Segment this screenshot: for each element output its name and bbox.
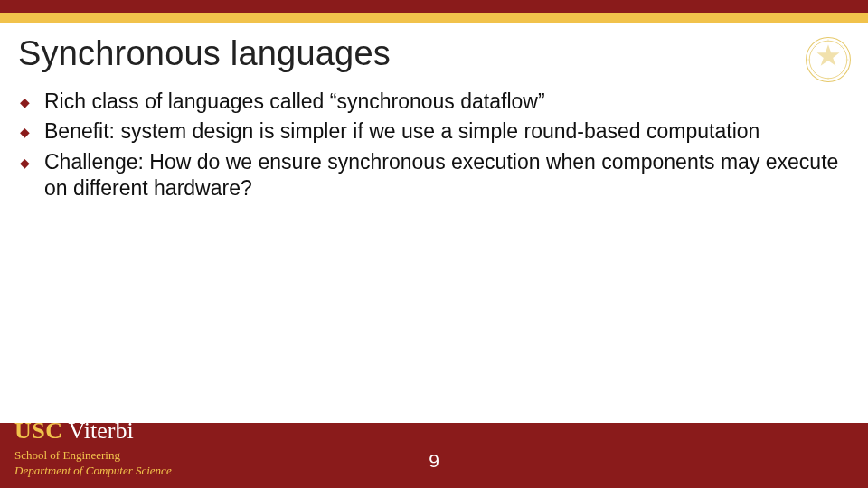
footer-branding: USCViterbi School of Engineering Departm… (14, 418, 172, 479)
brand-usc: USC (14, 418, 63, 444)
bullet-text: Challenge: How do we ensure synchronous … (44, 149, 841, 202)
page-number: 9 (429, 450, 439, 472)
top-bar-gold (0, 13, 868, 23)
list-item: ◆ Challenge: How do we ensure synchronou… (20, 149, 841, 202)
bullet-list: ◆ Rich class of languages called “synchr… (20, 89, 841, 206)
footer-brand-line: USCViterbi (14, 418, 172, 445)
footer-subtitle-1: School of Engineering (14, 448, 172, 464)
list-item: ◆ Rich class of languages called “synchr… (20, 89, 841, 115)
bullet-text: Benefit: system design is simpler if we … (44, 118, 760, 145)
footer-subtitle-2: Department of Computer Science (14, 464, 172, 479)
brand-viterbi: Viterbi (69, 418, 134, 444)
slide-title: Synchronous languages (18, 34, 391, 73)
diamond-bullet-icon: ◆ (20, 125, 30, 141)
list-item: ◆ Benefit: system design is simpler if w… (20, 118, 841, 145)
diamond-bullet-icon: ◆ (20, 155, 30, 172)
footer-bar: USCViterbi School of Engineering Departm… (0, 423, 868, 488)
diamond-bullet-icon: ◆ (20, 95, 30, 111)
usc-seal-icon (805, 36, 852, 83)
slide: Synchronous languages ◆ Rich class of la… (0, 0, 868, 488)
bullet-text: Rich class of languages called “synchron… (44, 89, 545, 115)
top-bar-red (0, 0, 868, 13)
